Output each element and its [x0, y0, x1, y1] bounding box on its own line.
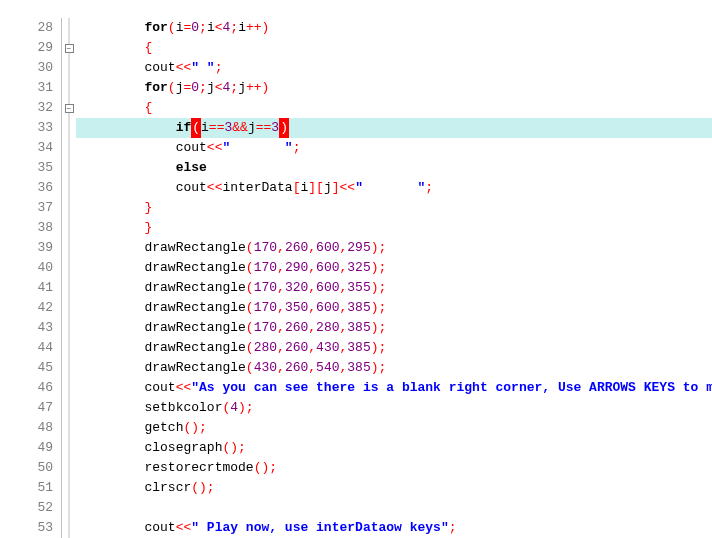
indent [82, 518, 144, 538]
code-line[interactable]: drawRectangle(280,260,430,385); [76, 338, 712, 358]
token-op: ( [246, 338, 254, 358]
line-number: 30 [22, 58, 61, 78]
indent [82, 358, 144, 378]
code-line[interactable]: cout<<interData[i][j]<<" "; [76, 178, 712, 198]
code-line[interactable]: setbkcolor(4); [76, 398, 712, 418]
token-op: , [340, 338, 348, 358]
code-editor[interactable]: 2829303132333435363738394041424344454647… [0, 0, 712, 538]
token-op: , [340, 358, 348, 378]
line-number: 40 [22, 258, 61, 278]
token-op: , [308, 298, 316, 318]
line-number: 28 [22, 18, 61, 38]
token-id: drawRectangle [144, 358, 245, 378]
token-op: , [277, 278, 285, 298]
fold-cell [62, 358, 76, 378]
token-op: , [340, 298, 348, 318]
token-op: ( [246, 358, 254, 378]
fold-cell [62, 198, 76, 218]
code-line[interactable]: for(j=0;j<4;j++) [76, 78, 712, 98]
token-op: (); [254, 458, 277, 478]
line-number: 44 [22, 338, 61, 358]
fold-cell [62, 458, 76, 478]
token-op: ; [199, 78, 207, 98]
fold-cell: − [62, 98, 76, 118]
indent [82, 258, 144, 278]
token-op: ); [371, 298, 387, 318]
indent [82, 378, 144, 398]
token-num: 295 [347, 238, 370, 258]
code-line[interactable]: for(i=0;i<4;i++) [76, 18, 712, 38]
code-area[interactable]: for(i=0;i<4;i++) { cout<<" "; for(j=0;j<… [76, 18, 712, 538]
line-number: 35 [22, 158, 61, 178]
token-num: 3 [224, 118, 232, 138]
token-op: ++) [246, 18, 269, 38]
token-num: 170 [254, 278, 277, 298]
token-op: ( [246, 298, 254, 318]
code-line[interactable]: closegraph(); [76, 438, 712, 458]
fold-cell [62, 58, 76, 78]
indent [82, 318, 144, 338]
code-line[interactable]: cout<<" "; [76, 138, 712, 158]
code-line[interactable]: else [76, 158, 712, 178]
code-line[interactable]: drawRectangle(170,350,600,385); [76, 298, 712, 318]
fold-toggle-icon[interactable]: − [65, 44, 74, 53]
token-op: << [207, 178, 223, 198]
token-op: , [340, 238, 348, 258]
token-num: 260 [285, 358, 308, 378]
token-kw: for [144, 78, 167, 98]
code-line[interactable]: { [76, 98, 712, 118]
fold-cell [62, 518, 76, 538]
token-op: , [308, 278, 316, 298]
token-id: getch [144, 418, 183, 438]
token-op: << [176, 58, 192, 78]
fold-cell [62, 18, 76, 38]
token-num: 600 [316, 298, 339, 318]
code-line[interactable]: drawRectangle(170,260,600,295); [76, 238, 712, 258]
code-line[interactable] [76, 498, 712, 518]
token-op: ); [371, 318, 387, 338]
line-number: 45 [22, 358, 61, 378]
token-num: 170 [254, 318, 277, 338]
indent [82, 458, 144, 478]
token-id: j [248, 118, 256, 138]
token-kw: if [176, 118, 192, 138]
code-line[interactable]: cout<<" "; [76, 58, 712, 78]
token-op: ; [293, 138, 301, 158]
token-id: i [207, 18, 215, 38]
token-op: ); [371, 258, 387, 278]
indent [82, 418, 144, 438]
code-line[interactable]: drawRectangle(170,260,280,385); [76, 318, 712, 338]
token-num: 170 [254, 298, 277, 318]
token-op: , [340, 278, 348, 298]
token-op: } [144, 198, 152, 218]
fold-toggle-icon[interactable]: − [65, 104, 74, 113]
token-op: , [308, 338, 316, 358]
code-line[interactable]: } [76, 198, 712, 218]
token-op: , [308, 258, 316, 278]
code-line[interactable]: cout<<"As you can see there is a blank r… [76, 378, 712, 398]
indent [82, 158, 176, 178]
token-op: ][ [308, 178, 324, 198]
code-line[interactable]: { [76, 38, 712, 58]
token-id: i [238, 18, 246, 38]
token-op: < [215, 18, 223, 38]
line-number: 33 [22, 118, 61, 138]
line-number: 52 [22, 498, 61, 518]
token-op: , [340, 258, 348, 278]
token-num: 4 [223, 78, 231, 98]
code-line[interactable]: drawRectangle(430,260,540,385); [76, 358, 712, 378]
code-line[interactable]: } [76, 218, 712, 238]
code-line[interactable]: if(i==3&&j==3) [76, 118, 712, 138]
line-number: 47 [22, 398, 61, 418]
token-op: , [277, 338, 285, 358]
token-id: setbkcolor [144, 398, 222, 418]
code-line[interactable]: cout<<" Play now, use interDataow keys"; [76, 518, 712, 538]
code-line[interactable]: restorecrtmode(); [76, 458, 712, 478]
code-line[interactable]: getch(); [76, 418, 712, 438]
code-line[interactable]: clrscr(); [76, 478, 712, 498]
token-op: ); [371, 338, 387, 358]
code-line[interactable]: drawRectangle(170,290,600,325); [76, 258, 712, 278]
code-line[interactable]: drawRectangle(170,320,600,355); [76, 278, 712, 298]
token-op: << [176, 378, 192, 398]
indent [82, 398, 144, 418]
